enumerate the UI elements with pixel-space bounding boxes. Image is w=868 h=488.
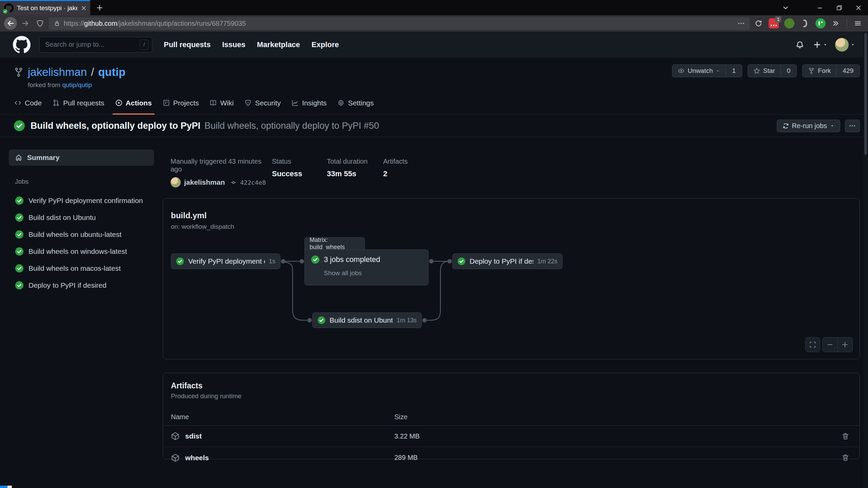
page-scrollbar[interactable] bbox=[863, 32, 868, 488]
back-button[interactable] bbox=[4, 17, 17, 30]
fork-count[interactable]: 429 bbox=[836, 65, 860, 77]
tab-security[interactable]: Security bbox=[239, 92, 286, 114]
url-text[interactable]: https://github.com/jakelishman/qutip/act… bbox=[64, 20, 734, 27]
book-icon bbox=[210, 99, 217, 106]
run-info-status: Status Success bbox=[272, 158, 327, 187]
tab-code[interactable]: Code bbox=[9, 92, 47, 114]
run-actions: Re-run jobs bbox=[777, 120, 860, 132]
overflow-menu-button[interactable] bbox=[830, 20, 842, 27]
tab-insights[interactable]: Insights bbox=[286, 92, 332, 114]
nav-pull-requests[interactable]: Pull requests bbox=[164, 40, 211, 49]
run-title: Build wheels, optionally deploy to PyPI bbox=[31, 121, 200, 131]
app-menu-button[interactable] bbox=[852, 20, 864, 27]
forked-from-link[interactable]: qutip/qutip bbox=[62, 81, 92, 88]
sidebar-job-sdist[interactable]: Build sdist on Ubuntu bbox=[9, 209, 154, 226]
actor-avatar[interactable] bbox=[171, 177, 181, 187]
tab-actions[interactable]: Actions bbox=[110, 92, 157, 114]
graph-node-sdist[interactable]: Build sdist on Ubuntu 1m 13s bbox=[312, 312, 422, 328]
rerun-jobs-button[interactable]: Re-run jobs bbox=[777, 120, 840, 132]
window-minimize-button[interactable] bbox=[810, 0, 829, 15]
page-actions-icon[interactable] bbox=[737, 20, 745, 27]
zoom-out-button[interactable] bbox=[823, 338, 838, 352]
actor-name[interactable]: jakelishman bbox=[184, 178, 225, 186]
star-button[interactable]: Star 0 bbox=[748, 64, 797, 77]
eye-icon bbox=[678, 67, 685, 74]
tracking-protection-button[interactable] bbox=[34, 20, 46, 27]
new-tab-button[interactable] bbox=[90, 0, 109, 15]
tab-wiki[interactable]: Wiki bbox=[204, 92, 239, 114]
reload-button[interactable] bbox=[752, 20, 765, 27]
graph-fit-button[interactable] bbox=[805, 337, 820, 352]
scrollbar-thumb[interactable] bbox=[864, 33, 867, 155]
graph-node-matrix[interactable]: 3 jobs completed Show all jobs bbox=[304, 249, 429, 285]
artifact-name[interactable]: sdist bbox=[185, 432, 202, 440]
run-options-button[interactable] bbox=[845, 120, 860, 132]
tab-list-dropdown-button[interactable] bbox=[777, 0, 794, 15]
sidebar-job-deploy[interactable]: Deploy to PyPI if desired bbox=[9, 277, 154, 294]
extension-pushbullet-button[interactable] bbox=[815, 18, 826, 28]
tab-projects[interactable]: Projects bbox=[157, 92, 204, 114]
artifact-row-wheels: wheels 289 MB bbox=[163, 447, 860, 468]
plus-icon bbox=[841, 341, 849, 348]
star-count[interactable]: 0 bbox=[781, 65, 797, 77]
sidebar-job-verify[interactable]: Verify PyPI deployment confirmation bbox=[9, 192, 154, 209]
commit-sha[interactable]: 422c4e8 bbox=[240, 179, 266, 186]
extension-green-button[interactable] bbox=[784, 18, 794, 28]
create-new-button[interactable] bbox=[813, 41, 828, 49]
artifacts-count: 2 bbox=[383, 169, 408, 178]
delete-artifact-button[interactable] bbox=[836, 454, 860, 462]
fork-icon bbox=[808, 67, 815, 74]
tab-settings[interactable]: Settings bbox=[332, 92, 379, 114]
success-check-icon bbox=[14, 120, 25, 131]
run-info: Manually triggered 43 minutes ago jakeli… bbox=[171, 158, 860, 187]
delete-artifact-button[interactable] bbox=[836, 432, 860, 440]
tab-pull-requests[interactable]: Pull requests bbox=[47, 92, 110, 114]
tab-close-icon[interactable] bbox=[81, 5, 87, 11]
forked-from: forked from qutip/qutip bbox=[28, 81, 125, 89]
sidebar-job-wheels-windows[interactable]: Build wheels on windows-latest bbox=[9, 243, 154, 260]
star-segment[interactable]: Star bbox=[748, 65, 781, 77]
fork-segment[interactable]: Fork bbox=[803, 65, 836, 77]
run-sidebar: Summary Jobs Verify PyPI deployment conf… bbox=[9, 149, 154, 459]
lock-icon[interactable] bbox=[54, 20, 60, 27]
graph-node-deploy[interactable]: Deploy to PyPI if desired 1m 22s bbox=[452, 253, 563, 269]
sidebar-job-wheels-macos[interactable]: Build wheels on macos-latest bbox=[9, 260, 154, 277]
sidebar-job-wheels-ubuntu[interactable]: Build wheels on ubuntu-latest bbox=[9, 226, 154, 243]
unwatch-segment[interactable]: Unwatch bbox=[672, 65, 726, 77]
reload-icon bbox=[755, 20, 762, 27]
nav-marketplace[interactable]: Marketplace bbox=[257, 40, 300, 49]
play-circle-icon bbox=[115, 99, 122, 106]
url-bar[interactable]: https://github.com/jakelishman/qutip/act… bbox=[49, 17, 750, 30]
workflow-graph-panel: build.yml on: workflow_dispatch bbox=[163, 198, 860, 359]
user-avatar bbox=[835, 38, 849, 52]
artifact-name[interactable]: wheels bbox=[185, 454, 209, 462]
sidebar-item-summary[interactable]: Summary bbox=[9, 149, 154, 166]
graph-node-verify[interactable]: Verify PyPI deployment confir... 1s bbox=[171, 253, 280, 269]
github-logo-icon[interactable] bbox=[13, 36, 31, 54]
minimize-icon bbox=[816, 4, 823, 11]
extension-adblock-button[interactable]: 1 bbox=[769, 18, 779, 28]
search-input[interactable] bbox=[45, 41, 140, 48]
success-check-icon bbox=[15, 230, 24, 239]
show-all-jobs-link[interactable]: Show all jobs bbox=[324, 269, 422, 277]
zoom-in-button[interactable] bbox=[838, 338, 853, 352]
browser-tab-active[interactable]: Test on testpypi · jakelishman/q bbox=[0, 0, 90, 15]
jobs-heading: Jobs bbox=[15, 178, 154, 185]
forward-button[interactable] bbox=[20, 20, 31, 27]
repo-owner-link[interactable]: jakelishman bbox=[28, 66, 87, 79]
repo-separator: / bbox=[91, 66, 94, 79]
pocket-button[interactable] bbox=[800, 18, 810, 28]
nav-issues[interactable]: Issues bbox=[222, 40, 245, 49]
repo-name-link[interactable]: qutip bbox=[98, 66, 125, 79]
status-value: Success bbox=[272, 169, 327, 178]
search-box[interactable]: / bbox=[39, 37, 152, 53]
nav-explore[interactable]: Explore bbox=[312, 40, 339, 49]
success-check-icon bbox=[15, 196, 24, 205]
watch-button[interactable]: Unwatch 1 bbox=[672, 64, 742, 77]
user-menu-button[interactable] bbox=[835, 38, 855, 52]
watch-count[interactable]: 1 bbox=[726, 65, 742, 77]
bell-icon[interactable] bbox=[795, 40, 804, 49]
window-close-button[interactable] bbox=[849, 0, 868, 15]
fork-button[interactable]: Fork 429 bbox=[802, 64, 860, 77]
window-restore-button[interactable] bbox=[829, 0, 849, 15]
